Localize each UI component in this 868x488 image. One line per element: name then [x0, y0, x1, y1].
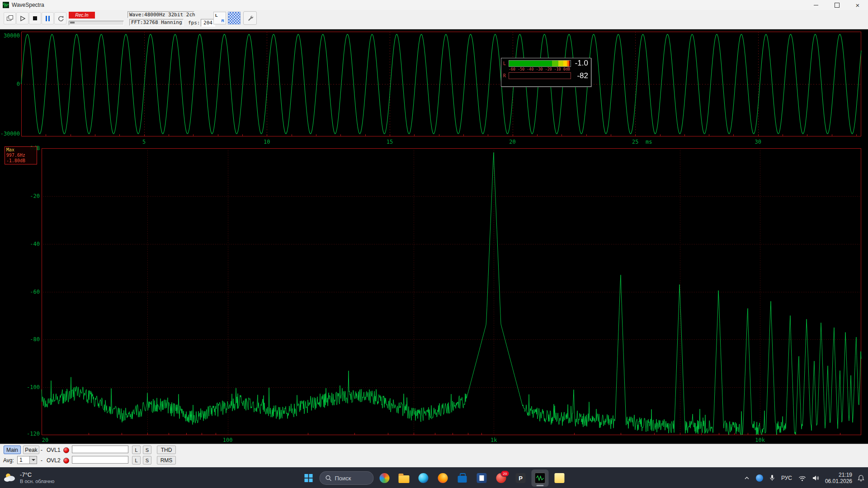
- volume-tray-icon[interactable]: [811, 471, 821, 485]
- meter-right-bar: [509, 72, 571, 79]
- tray-app-icon[interactable]: [755, 471, 764, 485]
- main-tab-button[interactable]: Main: [4, 446, 21, 454]
- speaker-icon: [812, 475, 820, 481]
- meter-scale: -60 -50 -40 -30 -20 -10 0dB: [509, 67, 567, 71]
- ovl2-file-field[interactable]: [72, 456, 128, 464]
- stop-button[interactable]: [29, 12, 41, 24]
- p-app-icon[interactable]: P: [512, 469, 529, 487]
- avg-label: Avg:: [3, 456, 14, 465]
- ovl2-l-button[interactable]: L: [132, 456, 141, 465]
- avg-select[interactable]: 1: [17, 456, 37, 464]
- display-grid-button[interactable]: [228, 12, 241, 24]
- position-slider-thumb[interactable]: [70, 22, 75, 23]
- peak-readout-freq: 997.6Hz: [6, 153, 35, 158]
- clock-date: 06.01.2026: [825, 478, 852, 484]
- ovl2-separator: -: [41, 456, 42, 465]
- meter-right-value: -82: [572, 71, 589, 80]
- ovl1-file-field[interactable]: [72, 446, 128, 453]
- wavespectra-icon: [535, 473, 546, 483]
- widgets-app-icon[interactable]: [376, 469, 393, 487]
- document-icon: [477, 473, 487, 483]
- p-letter-icon: P: [516, 473, 526, 483]
- meter-left-bar: [509, 60, 571, 67]
- ovl1-s-button[interactable]: S: [143, 446, 151, 454]
- desktop: { "window": { "title": "WaveSpectra" }, …: [0, 0, 868, 488]
- language-indicator[interactable]: РУС: [780, 471, 793, 485]
- oscilloscope-plot: [0, 29, 868, 145]
- clock[interactable]: 21:19 06.01.2026: [825, 472, 852, 484]
- microphone-tray-icon[interactable]: [769, 471, 776, 485]
- firefox-icon: [438, 473, 448, 483]
- play-button[interactable]: [16, 12, 28, 24]
- ovl1-l-button[interactable]: L: [132, 446, 141, 454]
- maximize-button[interactable]: [826, 0, 847, 10]
- widgets-icon: [380, 473, 390, 483]
- microphone-icon: [769, 474, 775, 482]
- peak-readout-level: -1.80dB: [6, 158, 35, 164]
- file-explorer-icon[interactable]: [396, 469, 413, 487]
- store-app-icon[interactable]: [454, 469, 471, 487]
- minimize-button[interactable]: [806, 0, 826, 10]
- title-bar: WaveSpectra ×: [0, 0, 868, 10]
- rms-button[interactable]: RMS: [157, 456, 176, 465]
- sticky-notes-icon[interactable]: [551, 469, 568, 487]
- avg-select-value: 1: [19, 457, 23, 463]
- search-icon: [326, 475, 332, 481]
- taskbar-center: Поиск 20 P: [300, 468, 568, 488]
- chevron-up-icon: [744, 476, 750, 480]
- new-window-button[interactable]: [4, 12, 16, 24]
- peak-readout-box: Max 997.6Hz -1.80dB: [5, 146, 37, 164]
- tray-overflow-chevron[interactable]: [743, 471, 750, 485]
- weather-icon: [4, 472, 16, 484]
- ovl1-led[interactable]: [63, 447, 69, 453]
- peak-button[interactable]: Peak: [23, 446, 39, 454]
- clock-time: 21:19: [825, 472, 852, 478]
- rec-in-indicator[interactable]: Rec.In: [69, 12, 95, 19]
- office-app-icon[interactable]: [473, 469, 491, 487]
- thd-button[interactable]: THD: [157, 446, 176, 454]
- system-tray: РУС 21:19 06.01.2026: [743, 468, 865, 488]
- app-icon: [3, 2, 9, 8]
- ovl1-label: OVL1: [47, 446, 61, 454]
- network-tray-icon[interactable]: [797, 471, 807, 485]
- weather-temperature: -7°C: [20, 472, 54, 478]
- avg-select-arrow-icon[interactable]: [29, 456, 37, 464]
- channel-lr-button[interactable]: LR: [213, 12, 226, 24]
- fps-label: fps:: [188, 20, 200, 26]
- pause-button[interactable]: [42, 12, 54, 24]
- repeat-button[interactable]: [54, 12, 66, 24]
- start-button[interactable]: [300, 469, 317, 487]
- close-button[interactable]: ×: [847, 0, 868, 10]
- edge-browser-icon[interactable]: [415, 469, 432, 487]
- peak-readout-label: Max: [6, 147, 35, 153]
- wavespectra-taskbar-icon[interactable]: [532, 469, 549, 487]
- wifi-icon: [798, 475, 806, 481]
- folder-icon: [399, 475, 410, 483]
- control-bar: Main Peak - OVL1 L S THD Avg: 1 - OVL2 L…: [0, 444, 868, 468]
- settings-wrench-button[interactable]: [243, 11, 257, 25]
- bell-icon: [858, 474, 864, 482]
- blue-dot-icon: [756, 474, 763, 482]
- ovl1-separator: -: [41, 446, 42, 454]
- meter-left-label: L: [503, 61, 509, 66]
- browser-with-badge-icon[interactable]: 20: [493, 469, 510, 487]
- edge-icon: [419, 473, 429, 483]
- taskbar: -7°C В осн. облачно Поиск 20 P: [0, 467, 868, 488]
- search-placeholder: Поиск: [335, 475, 351, 482]
- position-slider[interactable]: [69, 21, 124, 25]
- search-box[interactable]: Поиск: [320, 471, 374, 485]
- ovl2-label: OVL2: [47, 456, 61, 465]
- toolbar: Rec.In Wave:48000Hz 32bit 2ch FFT:32768 …: [0, 10, 868, 29]
- windows-logo-icon: [305, 474, 313, 482]
- notification-center-button[interactable]: [857, 471, 865, 485]
- level-meter[interactable]: L -1.0 -60 -50 -40 -30 -20 -10 0dB R -82: [501, 58, 591, 87]
- notification-badge: 20: [501, 470, 509, 477]
- spectrum-plot: [0, 145, 868, 444]
- wave-format-info: Wave:48000Hz 32bit 2ch: [127, 11, 194, 18]
- ovl2-led[interactable]: [63, 458, 69, 464]
- firefox-browser-icon[interactable]: [434, 469, 452, 487]
- ovl2-s-button[interactable]: S: [143, 456, 151, 465]
- meter-left-value: -1.0: [572, 59, 589, 68]
- weather-widget[interactable]: -7°C В осн. облачно: [4, 468, 54, 488]
- meter-right-label: R: [503, 73, 509, 78]
